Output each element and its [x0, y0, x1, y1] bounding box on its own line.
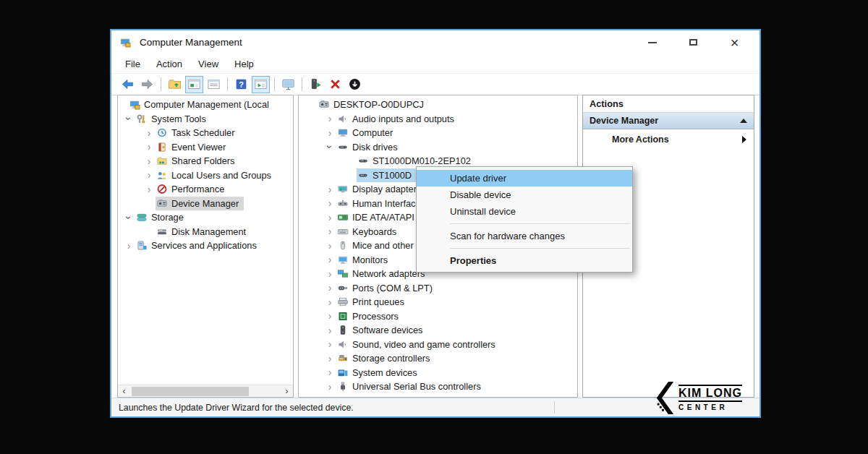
menu-help[interactable]: Help — [226, 56, 262, 72]
system-tools-icon — [135, 113, 148, 124]
tree-item-audio-inputs-and-outputs[interactable]: ›Audio inputs and outputs — [299, 112, 577, 127]
remote-window-button[interactable] — [279, 76, 297, 93]
up-one-level-button[interactable] — [166, 76, 184, 93]
actions-group-header[interactable]: Device Manager — [583, 113, 754, 129]
chevron-collapsed-icon[interactable]: › — [323, 241, 336, 251]
disable-device-icon — [348, 77, 362, 91]
storage-icon — [135, 212, 148, 223]
tree-item-desktop-o0dupcj[interactable]: DESKTOP-O0DUPCJ — [299, 98, 577, 112]
show-action-pane-button[interactable] — [252, 76, 270, 93]
scroll-left-icon[interactable]: ‹ — [118, 385, 130, 397]
chevron-collapsed-icon[interactable]: › — [323, 128, 336, 138]
tree-item-services-and-applications[interactable]: ›Services and Applications — [118, 239, 293, 253]
context-menu-item-scan-for-hardware-changes[interactable]: Scan for hardware changes — [417, 228, 632, 244]
scroll-right-icon[interactable]: › — [281, 385, 293, 397]
chevron-collapsed-icon[interactable]: › — [142, 170, 156, 180]
chevron-collapsed-icon[interactable]: › — [323, 382, 336, 392]
tree-item-shared-folders[interactable]: ›Shared Folders — [118, 154, 293, 168]
context-menu-item-disable-device[interactable]: Disable device — [417, 187, 632, 203]
context-menu-item-update-driver[interactable]: Update driver — [417, 170, 632, 187]
more-actions-item[interactable]: More Actions — [583, 129, 754, 149]
chevron-collapsed-icon[interactable]: › — [142, 142, 156, 152]
title-bar[interactable]: Computer Management × — [111, 30, 760, 54]
mouse-icon — [336, 240, 349, 252]
tree-item-task-scheduler[interactable]: ›Task Scheduler — [118, 126, 293, 140]
export-list-button[interactable] — [205, 76, 223, 93]
tree-item-disk-management[interactable]: Disk Management — [118, 225, 293, 239]
chevron-collapsed-icon[interactable]: › — [323, 339, 336, 349]
context-menu-item-uninstall-device[interactable]: Uninstall device — [417, 203, 632, 220]
chevron-up-icon[interactable] — [740, 119, 747, 123]
chevron-collapsed-icon[interactable]: › — [323, 184, 336, 194]
chevron-collapsed-icon[interactable]: › — [323, 198, 336, 208]
tree-item-storage[interactable]: ›Storage — [118, 210, 293, 225]
toolbar-separator — [302, 77, 302, 91]
chevron-collapsed-icon[interactable]: › — [323, 367, 336, 377]
context-menu-item-properties[interactable]: Properties — [417, 252, 632, 269]
tree-item-ports-com-lpt[interactable]: ›Ports (COM & LPT) — [299, 281, 577, 296]
menu-file[interactable]: File — [117, 56, 148, 72]
tree-item-processors[interactable]: ›Processors — [299, 309, 577, 324]
chevron-expanded-icon[interactable]: › — [124, 112, 134, 125]
chevron-collapsed-icon[interactable]: › — [323, 354, 336, 364]
chevron-collapsed-icon[interactable]: › — [323, 283, 336, 293]
toolbar-separator — [274, 77, 275, 91]
scrollbar-track[interactable] — [130, 385, 281, 397]
back-arrow-button[interactable] — [119, 76, 137, 93]
maximize-button[interactable] — [673, 30, 714, 54]
tree-item-label: Computer — [352, 127, 395, 138]
help-button[interactable]: ? — [232, 76, 250, 93]
chevron-collapsed-icon[interactable]: › — [323, 254, 336, 265]
tree-item-disk-drives[interactable]: ›Disk drives — [299, 140, 577, 155]
shared-folders-icon — [156, 155, 168, 167]
tree-item-event-viewer[interactable]: ›Event Viewer — [118, 140, 293, 155]
remote-window-icon — [281, 77, 295, 91]
tree-item-system-tools[interactable]: ›System Tools — [118, 112, 293, 127]
forward-arrow-button[interactable] — [138, 76, 156, 93]
local-users-groups-icon — [156, 169, 168, 181]
close-button[interactable]: × — [714, 30, 755, 54]
chevron-collapsed-icon[interactable]: › — [323, 325, 336, 335]
chevron-collapsed-icon[interactable]: › — [323, 311, 336, 321]
item-box: Storage — [135, 210, 189, 224]
chevron-collapsed-icon[interactable]: › — [142, 184, 156, 194]
chevron-collapsed-icon[interactable]: › — [323, 213, 336, 223]
ide-controller-icon — [336, 212, 349, 223]
tree-item-storage-controllers[interactable]: ›Storage controllers — [299, 351, 577, 366]
update-driver-button[interactable] — [307, 76, 325, 93]
tree-item-computer[interactable]: ›Computer — [299, 126, 577, 140]
show-console-tree-button[interactable] — [185, 76, 203, 93]
menu-action[interactable]: Action — [148, 56, 190, 72]
chevron-collapsed-icon[interactable]: › — [323, 113, 336, 124]
services-applications-icon — [135, 240, 148, 252]
item-box: Processors — [336, 309, 404, 323]
tree-item-print-queues[interactable]: ›Print queues — [299, 295, 577, 309]
tree-item-device-manager[interactable]: Device Manager — [118, 197, 293, 211]
uninstall-device-button[interactable] — [326, 76, 344, 93]
tree-item-universal-serial-bus-controllers[interactable]: ›Universal Serial Bus controllers — [299, 380, 577, 394]
chevron-collapsed-icon[interactable]: › — [122, 241, 135, 251]
tree-item-performance[interactable]: ›Performance — [118, 182, 293, 197]
disable-device-button[interactable] — [346, 76, 364, 93]
software-device-icon — [336, 325, 349, 336]
minimize-button[interactable] — [631, 30, 673, 54]
chevron-collapsed-icon[interactable]: › — [142, 156, 156, 166]
chevron-collapsed-icon[interactable]: › — [323, 226, 336, 236]
tree-item-system-devices[interactable]: ›System devices — [299, 366, 577, 380]
tree-item-local-users-and-groups[interactable]: ›Local Users and Groups — [118, 168, 293, 183]
chevron-collapsed-icon[interactable]: › — [323, 297, 336, 307]
item-box: Task Scheduler — [156, 126, 240, 140]
chevron-expanded-icon[interactable]: › — [325, 140, 335, 153]
minimize-icon — [648, 42, 657, 43]
tree-item-computer-management-local[interactable]: Computer Management (Local — [118, 98, 293, 112]
chevron-expanded-icon[interactable]: › — [124, 211, 134, 224]
tree-item-software-devices[interactable]: ›Software devices — [299, 323, 577, 338]
tree-item-sound-video-and-game-controllers[interactable]: ›Sound, video and game controllers — [299, 338, 577, 352]
horizontal-scrollbar[interactable]: ‹ › — [118, 385, 293, 397]
chevron-collapsed-icon[interactable]: › — [323, 269, 336, 279]
scrollbar-thumb[interactable] — [132, 387, 249, 396]
chevron-collapsed-icon[interactable]: › — [142, 128, 156, 138]
show-console-tree-icon — [187, 77, 201, 91]
logo-chevron-icon — [655, 381, 675, 415]
menu-view[interactable]: View — [190, 56, 226, 72]
